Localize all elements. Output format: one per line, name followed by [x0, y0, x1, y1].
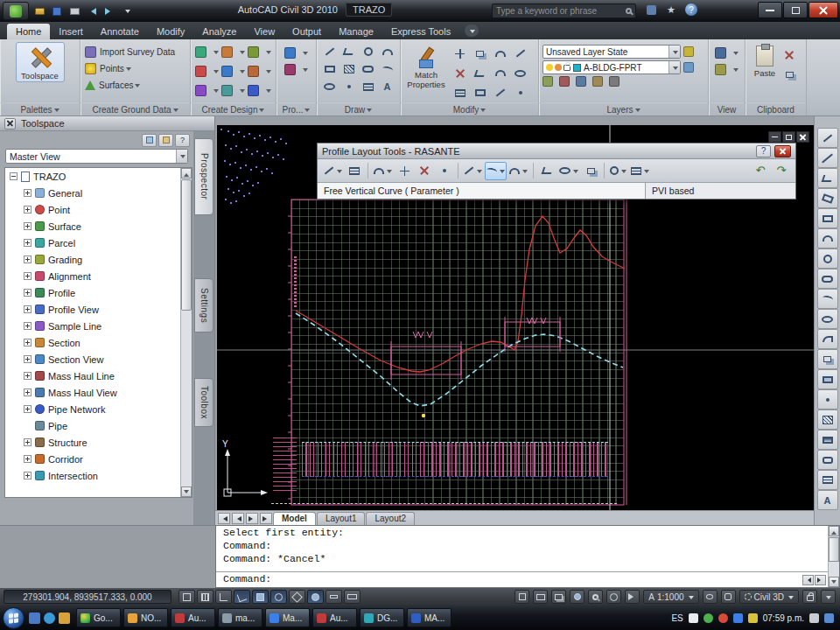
tree-item-point[interactable]: Point	[5, 201, 192, 218]
hatch-button[interactable]	[340, 62, 359, 76]
panel-design-footer[interactable]: Create Design	[191, 102, 276, 116]
tab-annotate[interactable]: Annotate	[92, 24, 148, 39]
dyn-toggle[interactable]	[307, 590, 324, 604]
taskbar-item-6[interactable]: Au...	[312, 608, 357, 627]
layer-state-dropdown[interactable]: Unsaved Layer State	[542, 45, 681, 59]
restore-button[interactable]	[783, 2, 808, 18]
expand-box-icon[interactable]	[24, 289, 32, 297]
tray-icon-shield[interactable]	[704, 613, 713, 623]
table-tool-button[interactable]	[817, 470, 838, 490]
spline-tool-button[interactable]	[817, 289, 838, 309]
ribbon-minimize-button[interactable]	[465, 24, 479, 37]
tree-item-section[interactable]: Section	[5, 334, 192, 351]
point-tool-button[interactable]	[817, 389, 838, 410]
command-window[interactable]: Select first entity: Command: Command: *…	[215, 525, 840, 588]
tree-item-mass-haul-view[interactable]: Mass Haul View	[5, 384, 192, 401]
profile-tools-titlebar[interactable]: Profile Layout Tools - RASANTE ?	[318, 144, 795, 159]
construction-line-button[interactable]	[817, 148, 838, 168]
expand-box-icon[interactable]	[24, 355, 32, 363]
tray-icon-update[interactable]	[748, 613, 758, 623]
scale-button[interactable]	[470, 86, 490, 100]
tab-express-tools[interactable]: Express Tools	[382, 24, 459, 39]
taskbar-item-8[interactable]: MA...	[407, 608, 452, 627]
corridor-tool-button[interactable]	[246, 63, 272, 80]
toolspace-close-button[interactable]	[4, 118, 16, 130]
expand-box-icon[interactable]	[24, 272, 32, 280]
insert-pvi-button[interactable]	[395, 162, 414, 180]
scroll-up-button[interactable]	[181, 168, 192, 178]
move-button[interactable]	[450, 46, 470, 60]
plot-button[interactable]	[66, 4, 82, 18]
tab-layout1[interactable]: Layout1	[317, 512, 366, 525]
panel-modify-footer[interactable]: Modify	[401, 102, 538, 116]
show-motion-button[interactable]	[625, 590, 640, 604]
dropdown-button[interactable]	[668, 61, 680, 74]
snap-toggle[interactable]	[178, 590, 195, 604]
tree-item-surface[interactable]: Surface	[5, 218, 192, 234]
expand-box-icon[interactable]	[24, 189, 32, 197]
design-profile-rasante[interactable]	[296, 313, 623, 406]
taskbar-item-5[interactable]: Ma...	[265, 608, 310, 627]
prev-tab-button[interactable]	[232, 513, 244, 524]
annotation-auto-scale-button[interactable]	[721, 590, 736, 604]
scroll-down-button[interactable]	[829, 577, 839, 587]
scroll-down-button[interactable]	[181, 486, 192, 497]
tray-icon-extra-1[interactable]	[809, 613, 819, 623]
quick-view-layouts-button[interactable]	[551, 590, 566, 604]
tree-item-corridor[interactable]: Corridor	[5, 451, 192, 467]
assembly-tool-button[interactable]	[220, 82, 247, 99]
surfaces-button[interactable]: Surfaces	[80, 77, 190, 94]
close-button[interactable]	[808, 2, 838, 18]
communication-center-button[interactable]	[644, 3, 658, 17]
tab-manage[interactable]: Manage	[330, 24, 382, 39]
tab-modify[interactable]: Modify	[148, 24, 193, 39]
tab-toolbox[interactable]: Toolbox	[194, 378, 214, 427]
profile-view-button[interactable]	[276, 45, 316, 61]
panel-layers-footer[interactable]: Layers	[539, 102, 708, 116]
paste-button[interactable]: Paste	[748, 42, 781, 102]
tab-settings[interactable]: Settings	[194, 278, 214, 332]
select-pvi-button[interactable]	[608, 162, 628, 180]
layer-on-bulb-icon[interactable]	[546, 64, 553, 71]
curve-settings-button[interactable]	[372, 162, 394, 180]
section-views-button[interactable]	[276, 61, 316, 78]
qp-toggle[interactable]	[344, 590, 360, 604]
line-tool-button[interactable]	[817, 128, 838, 148]
move-pvi-button[interactable]	[435, 162, 454, 180]
osnap-toggle[interactable]	[252, 590, 269, 604]
panorama-button[interactable]	[158, 134, 173, 147]
delete-pvi-button[interactable]	[415, 162, 434, 180]
tray-icon-network[interactable]	[733, 613, 743, 623]
expand-box-icon[interactable]	[24, 305, 32, 313]
array-button[interactable]	[450, 86, 470, 100]
cut-button[interactable]	[785, 48, 794, 62]
polyline-tool-button[interactable]	[817, 168, 838, 188]
tree-item-structure[interactable]: Structure	[5, 434, 192, 451]
dropdown-button[interactable]	[176, 150, 187, 163]
application-menu-button[interactable]	[3, 2, 29, 20]
intersection-tool-button[interactable]	[194, 82, 220, 99]
layer-freeze-tool-icon[interactable]	[559, 76, 570, 87]
taskbar-item-1[interactable]: Go...	[76, 608, 121, 627]
point-button[interactable]	[340, 80, 359, 94]
rectangle-button[interactable]	[320, 62, 340, 76]
region-tool-button[interactable]	[817, 450, 838, 470]
existing-ground-profile[interactable]	[296, 216, 625, 372]
revision-cloud-tool-button[interactable]	[817, 269, 838, 289]
tree-item-general[interactable]: General	[5, 185, 192, 201]
panel-draw-footer[interactable]: Draw	[317, 102, 400, 116]
undo-button[interactable]	[84, 4, 100, 18]
expand-box-icon[interactable]	[24, 372, 32, 380]
quick-view-drawings-button[interactable]	[533, 590, 548, 604]
circle-button[interactable]	[359, 45, 378, 59]
polygon-tool-button[interactable]	[817, 188, 838, 208]
table-button[interactable]	[359, 80, 378, 94]
tab-prospector[interactable]: Prospector	[194, 138, 214, 215]
tab-view[interactable]: View	[245, 24, 284, 39]
expand-box-icon[interactable]	[24, 472, 32, 480]
dropdown-button[interactable]	[668, 46, 680, 58]
search-input[interactable]	[496, 6, 623, 16]
view-selector-dropdown[interactable]: Master View	[5, 149, 188, 164]
layer-state-icon[interactable]	[683, 46, 694, 57]
insert-block-button[interactable]	[817, 349, 838, 369]
